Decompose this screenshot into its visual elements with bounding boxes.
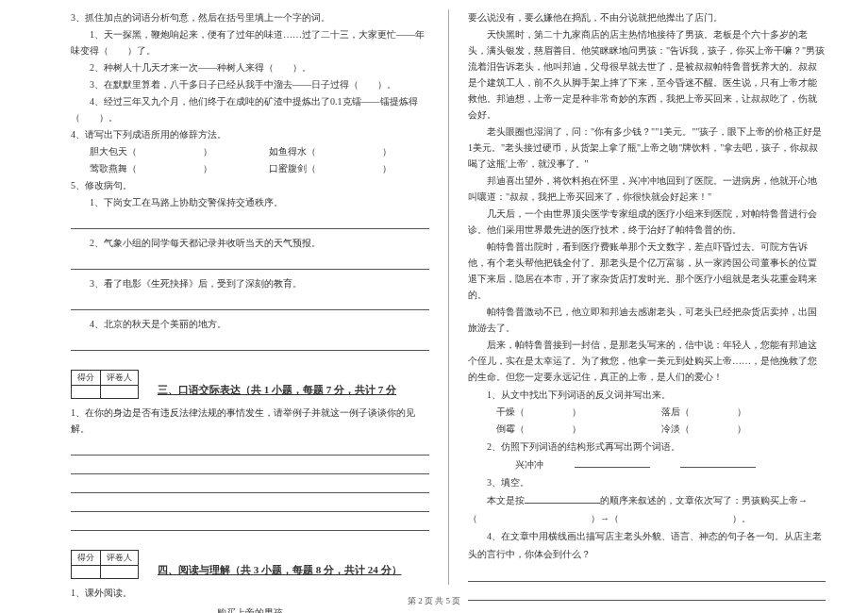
rq3-a: 本文是按 (487, 495, 525, 505)
q5-2: 2、气象小组的同学每天都记录并收听当天的天气预报。 (71, 235, 429, 251)
blank (525, 495, 600, 504)
blank-line (468, 567, 826, 582)
passage-p8: 后来，帕特鲁普接到一封信，是那老头写来的，信中说：年轻人，您能有邦迪这个侄儿，实… (468, 337, 826, 385)
passage-p3: 老头眼圈也湿润了，问："你有多少钱？""1美元。""孩子，眼下上帝的价格正好是1… (468, 124, 826, 172)
score-cell (72, 566, 101, 579)
q4-prompt: 4、请写出下列成语所用的修辞方法。 (71, 126, 429, 142)
blank-line (71, 440, 429, 456)
blank-line (71, 516, 429, 531)
rq3-b: 的顺序来叙述的，文章依次写了：男孩购买上帝→ (600, 495, 808, 505)
score-head-2: 评卷人 (101, 551, 139, 566)
q3-3: 3、在默默里算着，八千多日子已经从我手中溜去——日子过得（ ）。 (71, 76, 429, 92)
blank-line (71, 336, 429, 351)
rq3: 3、填空。 (468, 473, 826, 491)
q5-3: 3、看了电影《生死抉择》后，受到了深刻的教育。 (71, 275, 429, 291)
section-4-header: 得分 评卷人 四、阅读与理解（共 3 小题，每题 8 分，共计 24 分） (71, 550, 429, 579)
rq1-c: 倒霉（ ） (496, 421, 661, 438)
right-column: 要么说没有，要么嫌他在捣乱，不由分说就把他撵出了店门。 天快黑时，第二十九家商店… (448, 9, 840, 585)
blank-line (71, 497, 429, 512)
section-3-title: 三、口语交际表达（共 1 小题，每题 7 分，共计 7 分 (158, 383, 396, 399)
q4-2b: 口蜜腹剑（ ） (250, 160, 429, 177)
passage-p1-cont: 要么说没有，要么嫌他在捣乱，不由分说就把他撵出了店门。 (468, 9, 826, 25)
q3-2: 2、种树人十几天才来一次——种树人来得（ ）。 (71, 59, 429, 75)
passage-p6: 帕特鲁普出院时，看到医疗费账单那个天文数字，差点吓昏过去。可院方告诉他，有个老头… (468, 239, 826, 303)
rq1-a: 干燥（ ） (496, 404, 661, 421)
passage-p5: 几天后，一个由世界顶尖医学专家组成的医疗小组来到医院，对帕特鲁普进行会诊。他们采… (468, 206, 826, 238)
q5-4: 4、北京的秋天是个美丽的地方。 (71, 316, 429, 332)
q4-1a: 胆大包天（ ） (71, 143, 250, 160)
score-cell (101, 566, 139, 579)
rq2: 2、仿照下列词语的结构形式再写出两个词语。 (468, 438, 826, 456)
q5-1: 1、下岗女工在马路上协助交警保持交通秩序。 (71, 194, 429, 210)
score-head-1: 得分 (72, 551, 101, 566)
rq2-row: 兴冲冲 (468, 456, 826, 473)
q5-prompt: 5、修改病句。 (71, 177, 429, 193)
score-cell (72, 386, 101, 399)
blank (680, 459, 756, 468)
q4-2a: 莺歌燕舞（ ） (71, 160, 250, 177)
rq1-b: 落后（ ） (661, 404, 826, 421)
score-table: 得分 评卷人 (71, 550, 139, 579)
passage-p4: 邦迪喜出望外，将饮料抱在怀里，兴冲冲地回到了医院。一进病房，他就开心地叫嚷道："… (468, 173, 826, 205)
blank-line (71, 295, 429, 310)
blank-line (71, 255, 429, 270)
s3-q1: 1、在你的身边是否有违反法律法规的事情发生，请举例子并就这一例子谈谈你的见解。 (71, 405, 429, 437)
q3-prompt: 3、抓住加点的词语分析句意，然后在括号里填上一个字的词。 (71, 9, 429, 25)
q3-4: 4、经过三年又九个月，他们终于在成吨的矿渣中提炼出了0.1克镭——镭提炼得（ ）… (71, 93, 429, 125)
blank (575, 459, 650, 468)
section-4-title: 四、阅读与理解（共 3 小题，每题 8 分，共计 24 分） (158, 563, 402, 579)
rq1: 1、从文中找出下列词语的反义词并写出来。 (468, 386, 826, 404)
blank-line (71, 478, 429, 493)
passage-p2: 天快黑时，第二十九家商店的店主热情地接待了男孩。老板是个六十多岁的老头，满头银发… (468, 26, 826, 123)
rq3-blanks: （ ）→（ ）。 (468, 509, 826, 527)
score-cell (101, 386, 139, 399)
rq3-text: 本文是按的顺序来叙述的，文章依次写了：男孩购买上帝→ (468, 491, 826, 509)
page-footer: 第 2 页 共 5 页 (0, 595, 868, 607)
q3-1: 1、天一探黑，鞭炮响起来，便有了过年的味道……过了二十三，大家更忙——年味变得（… (71, 26, 429, 58)
q4-1b: 如鱼得水（ ） (250, 143, 429, 160)
passage-p7: 帕特鲁普激动不已，他立即和邦迪去感谢老头，可老头已经把杂货店卖掉，出国旅游去了。 (468, 304, 826, 336)
score-head-1: 得分 (72, 371, 101, 386)
score-head-2: 评卷人 (101, 371, 139, 386)
blank-line (71, 214, 429, 229)
blank-line (71, 459, 429, 474)
rq4: 4、在文章中用横线画出描写店主老头外貌、语言、神态的句子各一句。从店主老头的言行… (468, 527, 826, 563)
section-3-header: 得分 评卷人 三、口语交际表达（共 1 小题，每题 7 分，共计 7 分 (71, 370, 429, 399)
rq1-d: 冷淡（ ） (661, 421, 826, 438)
rq2-ex: 兴冲冲 (515, 459, 543, 470)
left-column: 3、抓住加点的词语分析句意，然后在括号里填上一个字的词。 1、天一探黑，鞭炮响起… (57, 9, 448, 585)
score-table: 得分 评卷人 (71, 370, 139, 399)
